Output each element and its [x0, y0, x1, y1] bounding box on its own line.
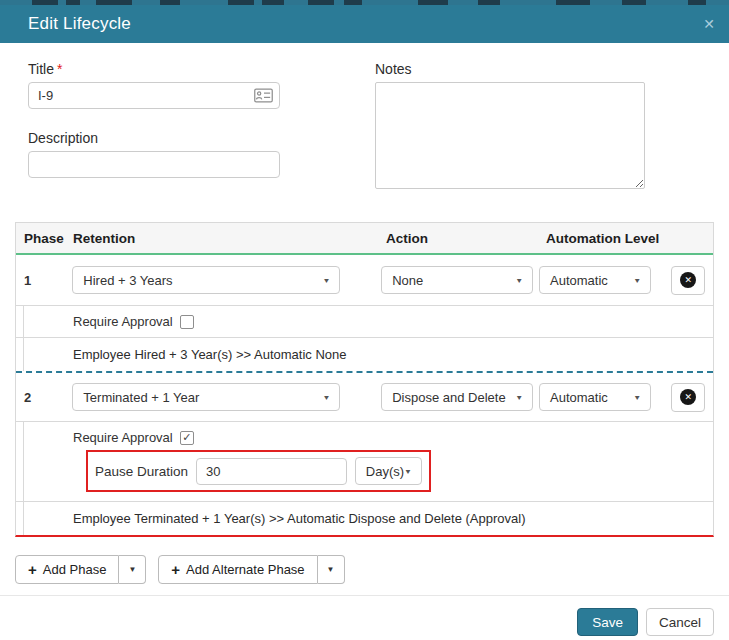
notes-textarea[interactable]: [375, 82, 645, 189]
require-approval-label: Require Approval: [73, 314, 173, 329]
close-icon[interactable]: ✕: [703, 17, 715, 31]
chevron-down-icon: ▼: [515, 276, 523, 284]
col-header-phase: Phase: [24, 231, 73, 246]
phase-number: 1: [24, 273, 72, 288]
title-label: Title*: [28, 61, 280, 77]
modal-footer: Save Cancel: [0, 595, 729, 640]
action-select[interactable]: None ▼: [381, 266, 533, 294]
required-asterisk: *: [57, 61, 62, 77]
edit-lifecycle-modal: Edit Lifecycle ✕ Title*: [0, 0, 729, 640]
action-select[interactable]: Dispose and Delete ▼: [381, 383, 533, 411]
left-column: Title* Description: [28, 61, 280, 193]
phase-number: 2: [24, 390, 72, 405]
top-form: Title* Description Notes: [0, 43, 729, 193]
table-header-row: Phase Retention Action Automation Level: [16, 223, 713, 255]
right-column: Notes: [375, 61, 645, 193]
add-phase-dropdown-toggle[interactable]: ▼: [119, 555, 146, 584]
chevron-down-icon: ▼: [322, 276, 330, 284]
circle-x-icon: ✕: [680, 272, 696, 288]
phase-2-approval-row: Require Approval ✓ Pause Duration Day(s)…: [16, 421, 713, 501]
require-approval-label: Require Approval: [73, 430, 173, 445]
phase-1-row: 1 Hired + 3 Years ▼ None ▼ Automatic: [16, 255, 713, 305]
phase-summary: Employee Hired + 3 Year(s) >> Automatic …: [24, 338, 713, 371]
phase-summary: Employee Terminated + 1 Year(s) >> Autom…: [24, 502, 713, 535]
chevron-down-icon: ▼: [322, 393, 330, 401]
chevron-down-icon: ▼: [404, 467, 412, 475]
chevron-down-icon: ▼: [633, 393, 641, 401]
pause-duration-input[interactable]: [196, 458, 347, 485]
add-phase-button[interactable]: + Add Phase: [15, 555, 119, 584]
title-input-wrap: [28, 82, 280, 109]
circle-x-icon: ✕: [680, 389, 696, 405]
pause-duration-label: Pause Duration: [95, 464, 188, 479]
remove-phase-button[interactable]: ✕: [671, 383, 705, 412]
add-alternate-phase-button[interactable]: + Add Alternate Phase: [158, 555, 317, 584]
description-label: Description: [28, 130, 280, 146]
phase-1-approval-row: Require Approval: [16, 305, 713, 337]
col-header-automation: Automation Level: [546, 231, 668, 246]
notes-label: Notes: [375, 61, 645, 77]
require-approval-checkbox[interactable]: ✓: [180, 431, 194, 445]
title-input[interactable]: [28, 82, 280, 109]
col-header-retention: Retention: [73, 231, 386, 246]
chevron-down-icon: ▼: [515, 393, 523, 401]
modal-body: Title* Description Notes: [0, 43, 729, 595]
phase-2-summary-row: Employee Terminated + 1 Year(s) >> Autom…: [16, 501, 713, 535]
retention-select[interactable]: Terminated + 1 Year ▼: [72, 383, 340, 411]
phase-1-summary-row: Employee Hired + 3 Year(s) >> Automatic …: [16, 337, 713, 371]
automation-select[interactable]: Automatic ▼: [539, 266, 651, 294]
plus-icon: +: [28, 562, 37, 577]
chevron-down-icon: ▼: [633, 276, 641, 284]
phase-2-row: 2 Terminated + 1 Year ▼ Dispose and Dele…: [16, 371, 713, 421]
pause-duration-highlight-box: Pause Duration Day(s) ▼: [86, 450, 431, 492]
require-approval-checkbox[interactable]: [180, 315, 194, 329]
save-button[interactable]: Save: [577, 608, 638, 636]
automation-select[interactable]: Automatic ▼: [539, 383, 651, 411]
remove-phase-button[interactable]: ✕: [671, 266, 705, 295]
modal-header: Edit Lifecycle ✕: [0, 5, 729, 43]
add-phase-bar: + Add Phase ▼ + Add Alternate Phase ▼: [15, 555, 714, 584]
retention-select[interactable]: Hired + 3 Years ▼: [72, 266, 340, 294]
pause-duration-unit-select[interactable]: Day(s) ▼: [355, 457, 422, 485]
plus-icon: +: [171, 562, 180, 577]
phase-table: Phase Retention Action Automation Level …: [15, 222, 714, 537]
cancel-button[interactable]: Cancel: [646, 608, 714, 636]
modal-title: Edit Lifecycle: [28, 14, 131, 34]
col-header-action: Action: [386, 231, 546, 246]
background-page-edge: [0, 0, 729, 5]
contact-card-icon[interactable]: [254, 88, 273, 103]
description-input[interactable]: [28, 151, 280, 178]
add-alternate-phase-dropdown-toggle[interactable]: ▼: [318, 555, 345, 584]
